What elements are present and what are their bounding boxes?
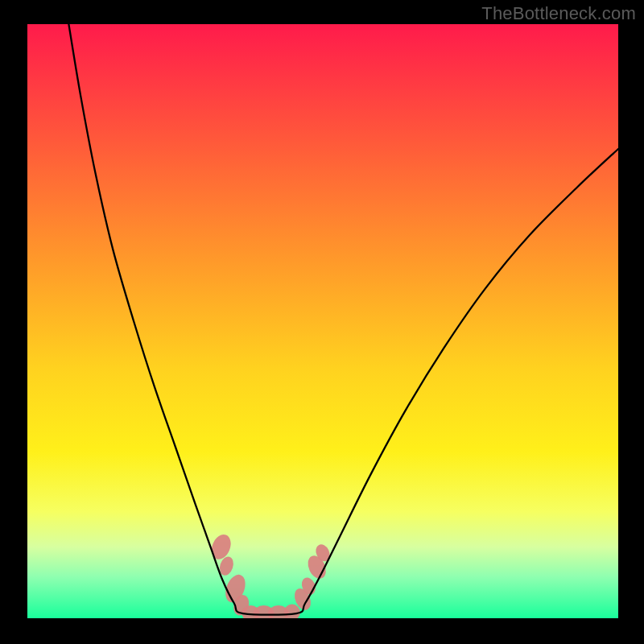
watermark-text: TheBottleneck.com xyxy=(481,3,636,24)
chart-stage: TheBottleneck.com xyxy=(0,0,644,644)
plot-area xyxy=(27,24,618,618)
